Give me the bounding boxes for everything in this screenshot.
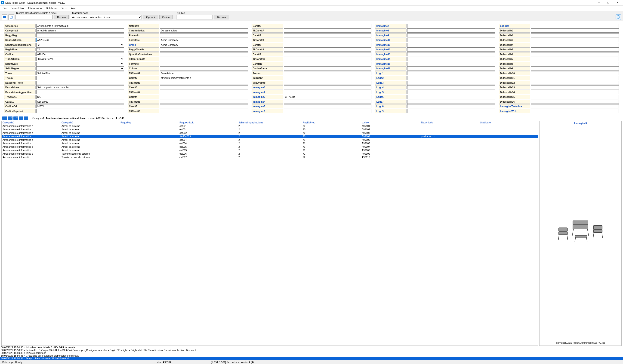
field-input-immagine6[interactable] [284, 109, 372, 113]
field-input-disattivare[interactable] [36, 62, 124, 66]
field-input-codiceesprinet[interactable] [36, 109, 124, 113]
field-input-titcaratt2[interactable] [160, 71, 248, 75]
field-label-logo6[interactable]: Logo6 [375, 95, 406, 99]
field-input-didascalia7[interactable] [531, 57, 619, 61]
table-row[interactable]: Arredamento e informatica cArredi da est… [2, 131, 538, 135]
field-label-logo1[interactable]: Logo1 [375, 71, 406, 75]
field-input-logo7[interactable] [407, 100, 495, 104]
field-label-immagine5[interactable]: Immagine5 [252, 104, 283, 108]
row-icon[interactable] [2, 116, 7, 120]
field-label-logo8[interactable]: Logo8 [375, 104, 406, 108]
field-label-immagine10[interactable]: Immagine10 [375, 38, 406, 42]
field-label-immagine1[interactable]: Immagine1 [252, 85, 283, 89]
grid-header-raggrpag[interactable]: RaggrPag [120, 121, 178, 124]
columns-icon[interactable] [2, 14, 7, 20]
field-input-didascalia15[interactable] [531, 95, 619, 99]
field-label-immagine13[interactable]: Immagine13 [375, 52, 406, 56]
field-input-fornitore[interactable] [160, 38, 248, 42]
field-input-didascalia1[interactable] [531, 28, 619, 33]
field-input-formato[interactable] [160, 62, 248, 66]
field-input-logo3[interactable] [407, 81, 495, 85]
field-input-immagineweb[interactable] [531, 109, 619, 113]
field-input-didascalia13[interactable] [531, 85, 619, 89]
row-down-icon[interactable] [24, 116, 28, 120]
field-input-logo9[interactable] [407, 109, 495, 113]
grid-header-raggrarticolo[interactable]: RaggrArticolo [178, 121, 238, 124]
field-input-caratt3[interactable] [160, 85, 248, 89]
field-input-saltopagina[interactable] [36, 66, 124, 70]
field-input-quantitaconfezione[interactable] [160, 52, 248, 56]
table-row[interactable]: Arredamento e informatica cArredi da est… [2, 128, 538, 131]
field-label-immagine11[interactable]: Immagine11 [375, 43, 406, 47]
field-label-logo2[interactable]: Logo2 [375, 76, 406, 80]
field-input-logo4[interactable] [407, 85, 495, 89]
field-input-didascalia12[interactable] [531, 81, 619, 85]
menu-frameeditor[interactable]: FrameEditor [9, 6, 27, 10]
field-input-immagine3[interactable] [284, 95, 372, 99]
field-input-titcaratt6[interactable] [160, 109, 248, 113]
field-label-logo3[interactable]: Logo3 [375, 81, 406, 85]
field-input-immagine14[interactable] [407, 57, 495, 61]
field-input-caratt6[interactable] [284, 24, 372, 28]
field-label-immagine6[interactable]: Immagine6 [252, 109, 283, 113]
field-input-titoloformato[interactable] [160, 57, 248, 61]
field-input-titcaratt9[interactable] [284, 47, 372, 52]
opzioni-button[interactable]: Opzioni [143, 15, 158, 20]
field-input-didascalia11[interactable] [531, 76, 619, 80]
field-input-caratteristica[interactable] [160, 28, 248, 33]
row-delete-icon[interactable] [8, 116, 13, 120]
field-input-immagine5[interactable] [284, 104, 372, 108]
minimize-button[interactable]: ─ [594, 0, 603, 5]
field-input-didascalia3[interactable] [531, 38, 619, 42]
grid-header-tipoarticolo[interactable]: TipoArticolo [420, 121, 479, 124]
carica-button[interactable]: Carica [159, 15, 173, 20]
menu-cerca[interactable]: Cerca [59, 6, 69, 10]
field-input-caratt5[interactable] [160, 104, 248, 108]
field-input-pagedprec[interactable] [36, 47, 124, 52]
field-label-immagine2[interactable]: Immagine2 [252, 90, 283, 94]
field-input-didascalia10[interactable] [531, 71, 619, 75]
field-label-logo7[interactable]: Logo7 [375, 100, 406, 104]
table-row[interactable]: Arredamento e informatica cArredi da est… [2, 138, 538, 142]
field-input-caratt9[interactable] [284, 52, 372, 56]
menu-aiuti[interactable]: Aiuti [69, 6, 78, 10]
field-input-logo10[interactable] [531, 24, 619, 28]
table-row[interactable]: Arredamento e informatica cArredi da est… [2, 142, 538, 145]
field-label-immagine12[interactable]: Immagine12 [375, 47, 406, 52]
field-label-immaginetestatina[interactable]: ImmagineTestatina [499, 104, 530, 108]
field-input-tipoarticolo[interactable]: QualitaPrezzo [36, 57, 124, 61]
search-class-input[interactable] [15, 15, 53, 20]
field-input-titcaratt3[interactable] [160, 81, 248, 85]
field-input-caratt2[interactable] [160, 76, 248, 80]
field-input-brand[interactable] [160, 43, 248, 47]
field-input-immagine12[interactable] [407, 47, 495, 52]
field-input-descrizione[interactable] [36, 85, 124, 89]
classification-select[interactable]: Arredamento e informatica di base [70, 15, 142, 20]
grid-header-disattivare[interactable]: disattivare [479, 121, 538, 124]
field-input-titcaratt7[interactable] [284, 28, 372, 33]
log-area[interactable]: 30/06/2022 15:50:33 > Inizializzazione t… [0, 346, 623, 360]
field-input-titcaratt8[interactable] [284, 38, 372, 42]
field-input-raggrarticolo[interactable] [36, 38, 124, 42]
field-label-immagine7[interactable]: Immagine7 [375, 24, 406, 28]
grid-header-pagedprec[interactable]: PagEdPrec [302, 121, 361, 124]
grid-header-categoria1[interactable]: Categoria1 [2, 121, 61, 124]
field-input-colore[interactable] [160, 66, 248, 70]
field-input-immagine4[interactable] [284, 100, 372, 104]
close-button[interactable]: ✕ [613, 0, 622, 5]
field-label-logo4[interactable]: Logo4 [375, 85, 406, 89]
field-input-didascalia16[interactable] [531, 100, 619, 104]
table-row[interactable]: Arredamento e informatica cTavoli e sedu… [2, 155, 538, 159]
field-input-didascalia14[interactable] [531, 90, 619, 94]
field-input-notebox[interactable] [160, 24, 248, 28]
table-row[interactable]: Arredamento e informatica cArredi da est… [2, 149, 538, 152]
maximize-button[interactable]: ☐ [603, 0, 613, 5]
field-input-imbconf[interactable] [284, 76, 372, 80]
field-label-logo9[interactable]: Logo9 [375, 109, 406, 113]
field-input-immagine13[interactable] [407, 52, 495, 56]
field-label-immagine16[interactable]: Immagine16 [375, 66, 406, 70]
field-label-immagine14[interactable]: Immagine14 [375, 57, 406, 61]
field-input-codiceod[interactable] [36, 104, 124, 108]
row-up-icon[interactable] [19, 116, 23, 120]
field-input-didascalia6[interactable] [531, 52, 619, 56]
